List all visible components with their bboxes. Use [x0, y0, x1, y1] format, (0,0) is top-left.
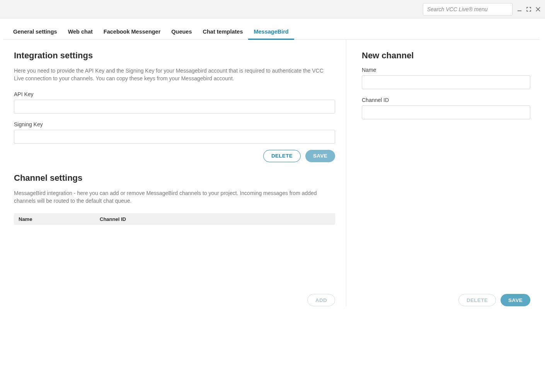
content-area: General settings Web chat Facebook Messe… — [0, 19, 545, 385]
new-channel-button-row: DELETE SAVE — [458, 294, 530, 306]
signing-key-input[interactable] — [14, 130, 335, 144]
api-key-label: API Key — [14, 91, 335, 97]
new-channel-name-label: Name — [362, 67, 530, 73]
new-channel-delete-button[interactable]: DELETE — [458, 294, 496, 306]
left-column: Integration settings Here you need to pr… — [5, 40, 346, 306]
new-channel-name-input[interactable] — [362, 75, 530, 89]
api-key-input[interactable] — [14, 100, 335, 114]
channel-settings-description: MessageBird integration - here you can a… — [14, 189, 331, 205]
integration-delete-button[interactable]: DELETE — [263, 150, 301, 162]
new-channel-id-label: Channel ID — [362, 97, 530, 103]
channel-settings-title: Channel settings — [14, 173, 335, 183]
integration-title: Integration settings — [14, 51, 335, 61]
top-bar — [0, 0, 545, 19]
signing-key-label: Signing Key — [14, 121, 335, 127]
channel-table-header: Name Channel ID — [14, 213, 335, 225]
new-channel-id-input[interactable] — [362, 105, 530, 119]
tab-chat-templates[interactable]: Chat templates — [198, 25, 249, 40]
close-icon[interactable] — [535, 6, 541, 12]
tab-general-settings[interactable]: General settings — [8, 25, 63, 40]
new-channel-title: New channel — [362, 51, 530, 61]
integration-save-button[interactable]: SAVE — [305, 150, 335, 162]
column-channel-id: Channel ID — [100, 216, 335, 222]
right-column: New channel Name Channel ID DELETE SAVE — [346, 40, 540, 306]
tabs-bar: General settings Web chat Facebook Messe… — [3, 19, 540, 40]
column-name: Name — [19, 216, 100, 222]
maximize-icon[interactable] — [526, 6, 532, 12]
search-input[interactable] — [423, 3, 513, 15]
tab-queues[interactable]: Queues — [166, 25, 197, 40]
tab-messagebird[interactable]: MessageBird — [248, 25, 294, 40]
add-channel-button[interactable]: ADD — [307, 294, 335, 306]
tab-web-chat[interactable]: Web chat — [63, 25, 98, 40]
minimize-icon[interactable] — [516, 6, 523, 12]
add-button-row: ADD — [307, 294, 335, 306]
integration-description: Here you need to provide the API Key and… — [14, 67, 331, 83]
main-columns: Integration settings Here you need to pr… — [5, 40, 540, 306]
integration-button-row: DELETE SAVE — [14, 150, 335, 162]
tab-facebook-messenger[interactable]: Facebook Messenger — [98, 25, 166, 40]
new-channel-save-button[interactable]: SAVE — [501, 294, 530, 306]
window-controls — [516, 6, 541, 12]
